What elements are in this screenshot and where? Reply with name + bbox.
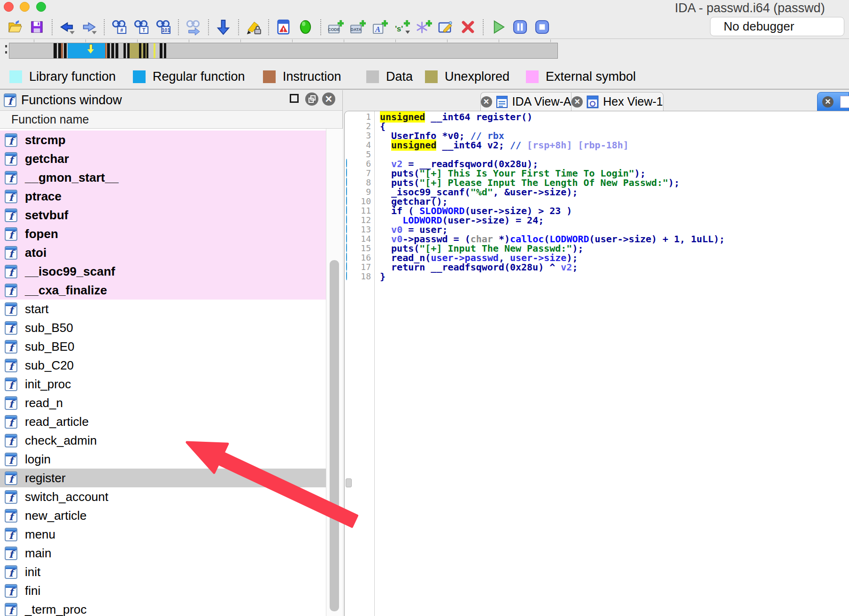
- line-marker-dot[interactable]: [346, 196, 347, 205]
- make-data-icon[interactable]: DATA: [348, 18, 366, 36]
- line-marker-dot[interactable]: [346, 243, 347, 252]
- breakpoint-dot[interactable]: [345, 187, 353, 197]
- code-line-3[interactable]: 3 UserInfo *v0; // rbx: [345, 131, 849, 140]
- navigate-back-icon[interactable]: [58, 18, 76, 36]
- code-line-16[interactable]: 16 read_n(user->passwd, user->size);: [345, 253, 849, 262]
- search-text-icon[interactable]: T: [132, 18, 150, 36]
- debugger-run-icon[interactable]: [489, 18, 507, 36]
- function-row-register[interactable]: register: [0, 469, 326, 487]
- function-row-setvbuf[interactable]: setvbuf: [0, 206, 326, 224]
- highlighter-lock-icon[interactable]: [244, 18, 262, 36]
- function-row-init_proc[interactable]: init_proc: [0, 375, 326, 393]
- tab-hex-view-1[interactable]: ✕ Hex View-1: [571, 92, 664, 111]
- debugger-selector[interactable]: No debugger: [710, 17, 844, 36]
- minimize-window-button[interactable]: [20, 2, 30, 12]
- function-row-sub_BE0[interactable]: sub_BE0: [0, 337, 326, 356]
- line-marker-dot[interactable]: [346, 234, 347, 243]
- make-array-icon[interactable]: A: [370, 18, 388, 36]
- tab-ida-view-a[interactable]: ✕ IDA View-A: [480, 92, 571, 111]
- code-line-7[interactable]: 7 puts("[+] This Is Your First Time To L…: [345, 169, 849, 178]
- function-row-check_admin[interactable]: check_admin: [0, 431, 326, 450]
- function-row-strcmp[interactable]: strcmp: [0, 131, 326, 149]
- breakpoint-dot[interactable]: [345, 262, 353, 272]
- code-line-9[interactable]: 9 _isoc99_scanf("%d", &user->size);: [345, 187, 849, 197]
- line-marker-dot[interactable]: [346, 159, 347, 168]
- navigate-forward-icon[interactable]: [80, 18, 98, 36]
- search-address-icon[interactable]: #: [110, 18, 128, 36]
- open-file-icon[interactable]: [6, 18, 23, 36]
- function-row-start[interactable]: start: [0, 300, 326, 318]
- close-tab-icon[interactable]: ✕: [571, 96, 583, 108]
- problems-window-icon[interactable]: [274, 18, 292, 36]
- function-row-read_article[interactable]: read_article: [0, 412, 326, 431]
- line-marker-dot[interactable]: [346, 177, 347, 186]
- functions-window-titlebar[interactable]: Functions window ✕: [0, 90, 342, 111]
- function-row-fopen[interactable]: fopen: [0, 224, 326, 243]
- function-row-getchar[interactable]: getchar: [0, 149, 326, 168]
- breakpoint-dot[interactable]: [345, 178, 353, 187]
- line-marker-dot[interactable]: [346, 168, 347, 177]
- maximize-panel-button[interactable]: [290, 94, 299, 103]
- line-marker-dot[interactable]: [346, 187, 347, 196]
- function-row-menu[interactable]: menu: [0, 525, 326, 544]
- function-row-read_n[interactable]: read_n: [0, 393, 326, 412]
- function-row-switch_account[interactable]: switch_account: [0, 487, 326, 506]
- code-line-4[interactable]: 4 unsigned __int64 v2; // [rsp+8h] [rbp-…: [345, 140, 849, 150]
- functions-scrollbar[interactable]: [326, 129, 343, 616]
- close-tab-icon[interactable]: ✕: [481, 96, 492, 108]
- breakpoint-dot[interactable]: [345, 253, 353, 262]
- breakpoint-dot[interactable]: [345, 197, 353, 206]
- debugger-pause-icon[interactable]: [511, 18, 529, 36]
- pseudocode-pane[interactable]: 1unsigned __int64 register()2{3 UserInfo…: [344, 111, 849, 616]
- jump-search-icon[interactable]: [184, 18, 202, 36]
- delete-item-icon[interactable]: [459, 18, 477, 36]
- edit-segment-icon[interactable]: [437, 18, 455, 36]
- close-window-button[interactable]: [4, 2, 14, 12]
- function-row-login[interactable]: login: [0, 450, 326, 469]
- close-panel-button[interactable]: ✕: [322, 92, 335, 106]
- breakpoint-dot[interactable]: [345, 272, 353, 281]
- close-tab-icon[interactable]: ✕: [822, 96, 834, 108]
- breakpoint-dot[interactable]: [345, 206, 353, 216]
- function-row-_term_proc[interactable]: _term_proc: [0, 600, 326, 616]
- make-frozen-icon[interactable]: [415, 18, 432, 36]
- breakpoint-dot[interactable]: [345, 169, 353, 178]
- code-line-17[interactable]: 17 return __readfsqword(0x28u) ^ v2;: [345, 262, 849, 272]
- code-line-15[interactable]: 15 puts("[+] Input The New Passwd:");: [345, 244, 849, 253]
- line-marker-dot[interactable]: [346, 215, 347, 224]
- make-code-icon[interactable]: CODE: [326, 18, 344, 36]
- breakpoint-dot[interactable]: [345, 225, 353, 234]
- code-line-6[interactable]: 6 v2 = __readfsqword(0x28u);: [345, 159, 849, 169]
- code-line-5[interactable]: 5: [345, 150, 849, 159]
- function-row-main[interactable]: main: [0, 544, 326, 562]
- restore-panel-button[interactable]: [305, 92, 318, 106]
- code-line-10[interactable]: 10 getchar();: [345, 197, 849, 206]
- make-string-icon[interactable]: 's': [393, 18, 410, 36]
- code-scrollbar-thumb[interactable]: [346, 478, 352, 487]
- function-row-sub_B50[interactable]: sub_B50: [0, 318, 326, 337]
- save-icon[interactable]: [28, 18, 46, 36]
- function-row-atoi[interactable]: atoi: [0, 243, 326, 262]
- navigation-band[interactable]: [9, 43, 558, 59]
- function-row-__cxa_finalize[interactable]: __cxa_finalize: [0, 281, 326, 300]
- function-row-sub_C20[interactable]: sub_C20: [0, 356, 326, 375]
- search-binary-icon[interactable]: 101: [154, 18, 172, 36]
- function-row-new_article[interactable]: new_article: [0, 506, 326, 525]
- function-row-ptrace[interactable]: ptrace: [0, 187, 326, 206]
- code-line-18[interactable]: 18}: [345, 272, 849, 281]
- function-row-init[interactable]: init: [0, 562, 326, 581]
- breakpoint-dot[interactable]: [345, 159, 353, 169]
- tab-active-partial[interactable]: ✕: [817, 92, 849, 111]
- functions-scrollbar-thumb[interactable]: [330, 260, 339, 611]
- breakpoint-dot[interactable]: [345, 244, 353, 253]
- line-marker-dot[interactable]: [346, 262, 347, 271]
- line-marker-dot[interactable]: [346, 253, 347, 262]
- run-indicator-icon[interactable]: [296, 18, 314, 36]
- code-line-1[interactable]: 1unsigned __int64 register(): [345, 112, 849, 122]
- code-line-14[interactable]: 14 v0->passwd = (char *)calloc(LODWORD(u…: [345, 234, 849, 244]
- function-name-column-header[interactable]: Function name: [0, 111, 342, 129]
- line-marker-dot[interactable]: [346, 224, 347, 233]
- function-row-fini[interactable]: fini: [0, 581, 326, 600]
- debugger-stop-icon[interactable]: [533, 18, 551, 36]
- code-line-12[interactable]: 12 LODWORD(user->size) = 24;: [345, 216, 849, 225]
